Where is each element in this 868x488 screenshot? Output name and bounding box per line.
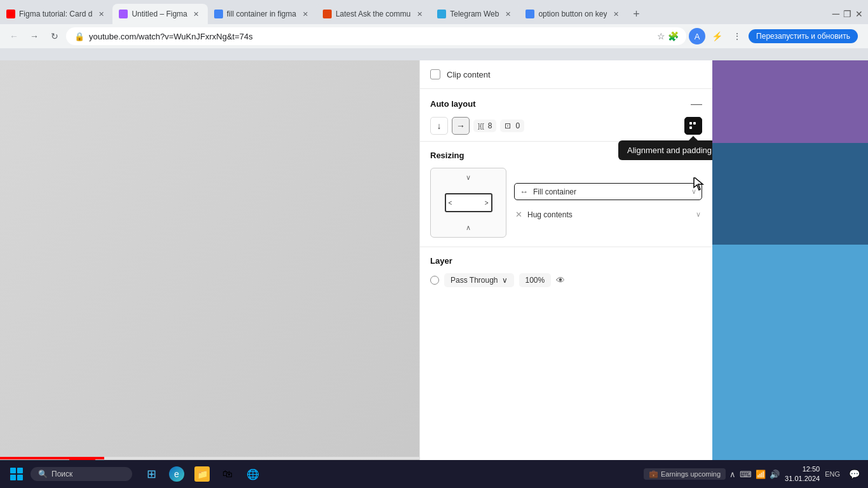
profile-icon[interactable]: А [689,28,705,44]
restore-button[interactable]: ❐ [843,9,851,19]
clock-time: 12:50 [785,464,820,474]
tab-telegram[interactable]: Telegram Web ✕ [431,4,519,24]
tab2-label: Untitled – Figma [132,10,187,18]
taskbar-apps: ⊞ e 📁 🛍 🌐 [140,463,264,485]
layer-title: Layer [430,256,452,266]
volume-icon[interactable]: 🔊 [770,470,780,479]
padding-control[interactable]: ⊡ 0 [500,119,524,132]
extension-icon[interactable]: 🧩 [668,31,679,41]
side-panels [712,60,868,488]
earnings-label: Earnings upcoming [661,470,721,478]
tab-bar: Figma tutorial: Card d ✕ Untitled – Figm… [0,0,868,24]
url-text: youtube.com/watch?v=WuKnJFxrxNg&t=74s [89,32,653,41]
tab4-close[interactable]: ✕ [414,9,424,19]
keyboard-icon[interactable]: ⌨ [740,470,752,479]
layer-mode-icon [430,276,439,285]
taskbar-edge-browser[interactable]: e [165,463,188,485]
tab1-label: Figma tutorial: Card d [19,10,92,18]
fill-container-label: Fill container [533,187,686,196]
chrome-icon: 🌐 [245,466,261,482]
address-bar[interactable]: 🔒 youtube.com/watch?v=WuKnJFxrxNg&t=74s … [66,27,686,45]
taskbar-chrome[interactable]: 🌐 [241,463,264,485]
taskbar-file-explorer[interactable]: 📁 [191,463,214,485]
hug-contents-option[interactable]: ✕ Hug contents ∨ [514,207,702,222]
main-content: Clip content Auto layout — ↓ → ]{[ [0,60,868,488]
tab3-close[interactable]: ✕ [300,9,310,19]
clip-content-checkbox[interactable] [430,69,440,79]
gap-control[interactable]: ]{[ 8 [473,119,496,132]
clock-date: 31.01.2024 [785,474,820,484]
direction-down-button[interactable]: ↓ [430,117,448,135]
hug-contents-chevron: ∨ [696,210,701,219]
forward-button[interactable]: → [25,27,43,45]
start-button[interactable] [5,463,28,485]
network-icon[interactable]: 📶 [756,470,766,479]
tab5-close[interactable]: ✕ [503,9,513,19]
layer-visibility-button[interactable]: 👁 [556,275,565,285]
browser-chrome: Figma tutorial: Card d ✕ Untitled – Figm… [0,0,868,60]
tab-untitled-figma[interactable]: Untitled – Figma ✕ [112,4,207,24]
layer-mode-selector[interactable]: Pass Through ∨ [444,273,514,287]
layer-header: Layer [430,256,702,266]
tab-latest-ask[interactable]: Latest Ask the commu ✕ [316,4,431,24]
tab1-close[interactable]: ✕ [96,9,106,19]
tab6-label: option button on key [538,10,607,18]
layer-section: Layer Pass Through ∨ 100% 👁 [420,247,712,296]
tab2-favicon [119,10,128,18]
tab5-label: Telegram Web [450,10,499,18]
tab4-label: Latest Ask the commu [336,10,410,18]
tab2-close[interactable]: ✕ [191,9,201,19]
tab-figma-tutorial[interactable]: Figma tutorial: Card d ✕ [0,4,112,24]
notification-button[interactable]: 💬 [845,465,863,483]
tab1-favicon [6,10,15,18]
taskbar: 🔍 Поиск ⊞ e 📁 🛍 🌐 💼 Earnings upcoming [0,460,868,488]
resizing-title: Resizing [430,151,464,160]
language-indicator: ENG [825,470,840,478]
video-panel [0,60,419,488]
fill-container-option[interactable]: ↔ Fill container ∨ [514,183,702,200]
search-label: Поиск [51,470,72,478]
resize-preview: ∨ < > ∧ [430,168,506,238]
side-panel-blue-light [712,245,868,488]
taskbar-search[interactable]: 🔍 Поиск [31,467,132,481]
tab6-close[interactable]: ✕ [611,9,621,19]
svg-rect-2 [689,126,692,129]
left-arrow-icon: < [449,200,452,207]
layer-opacity-input[interactable]: 100% [519,273,552,287]
taskbar-clock[interactable]: 12:50 31.01.2024 [785,464,820,484]
auto-layout-collapse[interactable]: — [691,98,702,109]
star-icon[interactable]: ☆ [657,31,665,41]
extensions-button[interactable]: ⚡ [708,27,726,45]
side-panel-purple [712,60,868,143]
windows-logo [10,468,23,480]
svg-rect-0 [689,122,692,125]
tab-option-button[interactable]: option button on key ✕ [519,4,627,24]
refresh-button[interactable]: ↻ [46,27,64,45]
earnings-notification[interactable]: 💼 Earnings upcoming [644,468,726,480]
resize-down-arrow: ∨ [466,173,471,182]
alignment-padding-button[interactable]: Alignment and padding [684,117,702,135]
figma-properties-panel: Clip content Auto layout — ↓ → ]{[ [420,60,712,488]
tab3-favicon [214,10,223,18]
close-button[interactable]: ✕ [855,9,863,19]
chevron-up-icon[interactable]: ∧ [729,470,736,479]
layer-mode-chevron: ∨ [502,276,508,285]
explorer-icon: 📁 [194,466,210,482]
store-icon: 🛍 [220,466,235,482]
back-button[interactable]: ← [5,27,23,45]
tab6-favicon [526,10,534,18]
tab-fill-container[interactable]: fill container in figma ✕ [208,4,316,24]
tab3-label: fill container in figma [227,10,296,18]
hug-contents-label: Hug contents [527,210,691,219]
taskbar-store[interactable]: 🛍 [216,463,239,485]
taskbar-task-view[interactable]: ⊞ [140,463,163,485]
resize-options: ↔ Fill container ∨ ✕ Hug contents ∨ [514,183,702,222]
layer-opacity-value: 100% [526,276,545,285]
update-button[interactable]: Перезапустить и обновить [749,29,858,43]
tab5-favicon [437,10,446,18]
minimize-button[interactable]: ─ [832,8,839,20]
new-tab-button[interactable]: + [627,5,645,23]
browser-toolbar: ← → ↻ 🔒 youtube.com/watch?v=WuKnJFxrxNg&… [0,24,868,48]
settings-button[interactable]: ⋮ [728,27,746,45]
direction-right-button[interactable]: → [452,117,470,135]
